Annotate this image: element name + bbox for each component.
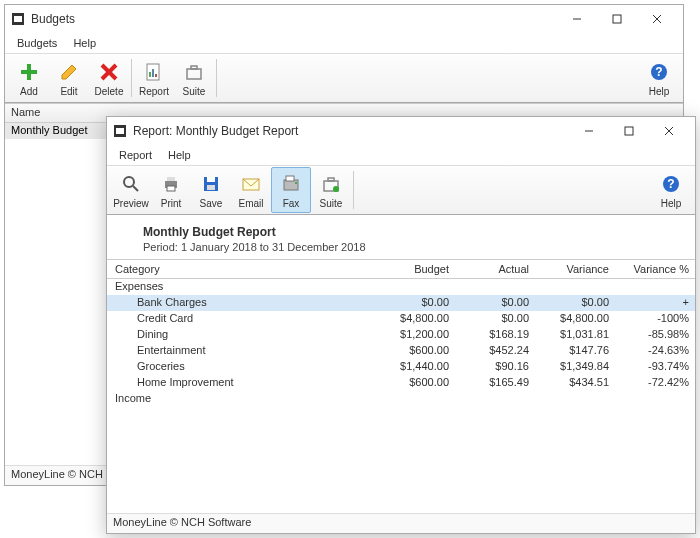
svg-point-25 (124, 177, 134, 187)
svg-point-39 (333, 186, 339, 192)
envelope-icon (239, 172, 263, 196)
help-button[interactable]: ? Help (651, 167, 691, 213)
report-columns: Category Budget Actual Variance Variance… (107, 259, 695, 279)
cell-actual: $168.19 (455, 328, 535, 342)
add-button[interactable]: Add (9, 55, 49, 101)
svg-rect-7 (21, 70, 37, 74)
email-button[interactable]: Email (231, 167, 271, 213)
report-period-label: Period: 1 January 2018 to 31 December 20… (143, 241, 675, 253)
svg-rect-35 (286, 176, 294, 181)
cell-category: Entertainment (107, 344, 375, 358)
col-budget[interactable]: Budget (375, 263, 455, 275)
report-header: Monthly Budget Report Period: 1 January … (107, 215, 695, 259)
report-status: MoneyLine © NCH Software (107, 513, 695, 533)
menu-budgets[interactable]: Budgets (9, 35, 65, 51)
edit-button[interactable]: Edit (49, 55, 89, 101)
cell-budget: $600.00 (375, 344, 455, 358)
printer-icon (159, 172, 183, 196)
help-icon: ? (647, 60, 671, 84)
col-variance[interactable]: Variance (535, 263, 615, 275)
cell-budget: $1,440.00 (375, 360, 455, 374)
cell-category: Credit Card (107, 312, 375, 326)
report-title-label: Monthly Budget Report (143, 225, 675, 239)
fax-button[interactable]: Fax (271, 167, 311, 213)
cell-budget: $600.00 (375, 376, 455, 390)
col-actual[interactable]: Actual (455, 263, 535, 275)
budgets-toolbar: Add Edit Delete Report Suite ? Help (5, 53, 683, 103)
report-button[interactable]: Report (134, 55, 174, 101)
save-button[interactable]: Save (191, 167, 231, 213)
minimize-button[interactable] (557, 6, 597, 32)
svg-rect-32 (207, 185, 215, 190)
svg-text:?: ? (667, 177, 674, 191)
suite-button[interactable]: Suite (174, 55, 214, 101)
table-row[interactable]: Bank Charges$0.00$0.00$0.00+ (107, 295, 695, 311)
help-icon: ? (659, 172, 683, 196)
report-menubar: Report Help (107, 145, 695, 165)
cell-variance: $434.51 (535, 376, 615, 390)
suite-button[interactable]: Suite (311, 167, 351, 213)
table-row[interactable]: Home Improvement$600.00$165.49$434.51-72… (107, 375, 695, 391)
delete-button[interactable]: Delete (89, 55, 129, 101)
svg-rect-16 (191, 66, 197, 69)
table-row[interactable]: Groceries$1,440.00$90.16$1,349.84-93.74% (107, 359, 695, 375)
close-button[interactable] (649, 118, 689, 144)
maximize-button[interactable] (597, 6, 637, 32)
svg-rect-3 (613, 15, 621, 23)
print-button[interactable]: Print (151, 167, 191, 213)
cell-actual: $0.00 (455, 312, 535, 326)
table-row[interactable]: Dining$1,200.00$168.19$1,031.81-85.98% (107, 327, 695, 343)
svg-rect-22 (625, 127, 633, 135)
svg-rect-15 (187, 69, 201, 79)
svg-rect-31 (207, 177, 215, 182)
col-variancepct[interactable]: Variance % (615, 263, 695, 275)
x-icon (97, 60, 121, 84)
menu-help[interactable]: Help (160, 147, 199, 163)
minimize-button[interactable] (569, 118, 609, 144)
cell-actual: $165.49 (455, 376, 535, 390)
svg-rect-12 (149, 72, 151, 77)
table-row[interactable]: Credit Card$4,800.00$0.00$4,800.00-100% (107, 311, 695, 327)
col-category[interactable]: Category (107, 263, 375, 275)
cell-variance: $0.00 (535, 296, 615, 310)
cell-variancepct: + (615, 296, 695, 310)
svg-rect-20 (116, 128, 124, 134)
svg-rect-29 (167, 186, 175, 191)
cell-budget: $0.00 (375, 296, 455, 310)
maximize-button[interactable] (609, 118, 649, 144)
toolbar-divider (131, 59, 132, 97)
toolbar-divider (353, 171, 354, 209)
report-titlebar: Report: Monthly Budget Report (107, 117, 695, 145)
cell-budget: $1,200.00 (375, 328, 455, 342)
app-icon (113, 124, 127, 138)
help-button[interactable]: ? Help (639, 55, 679, 101)
budgets-menubar: Budgets Help (5, 33, 683, 53)
cell-variance: $1,349.84 (535, 360, 615, 374)
menu-help[interactable]: Help (65, 35, 104, 51)
svg-line-26 (133, 186, 138, 191)
cell-category: Dining (107, 328, 375, 342)
cell-actual: $452.24 (455, 344, 535, 358)
budgets-title: Budgets (31, 12, 557, 26)
briefcase-icon (182, 60, 206, 84)
menu-report[interactable]: Report (111, 147, 160, 163)
close-button[interactable] (637, 6, 677, 32)
cell-category: Home Improvement (107, 376, 375, 390)
svg-text:?: ? (655, 65, 662, 79)
cell-variancepct: -100% (615, 312, 695, 326)
expenses-group-row[interactable]: Expenses (107, 279, 695, 295)
cell-actual: $0.00 (455, 296, 535, 310)
svg-rect-13 (152, 69, 154, 77)
preview-button[interactable]: Preview (111, 167, 151, 213)
app-icon (11, 12, 25, 26)
cell-variance: $147.76 (535, 344, 615, 358)
svg-rect-14 (155, 74, 157, 77)
cell-variancepct: -93.74% (615, 360, 695, 374)
pencil-icon (57, 60, 81, 84)
income-group-row[interactable]: Income (107, 391, 695, 407)
svg-rect-28 (167, 177, 175, 181)
report-title: Report: Monthly Budget Report (133, 124, 569, 138)
table-row[interactable]: Entertainment$600.00$452.24$147.76-24.63… (107, 343, 695, 359)
svg-rect-1 (14, 16, 22, 22)
cell-variancepct: -72.42% (615, 376, 695, 390)
